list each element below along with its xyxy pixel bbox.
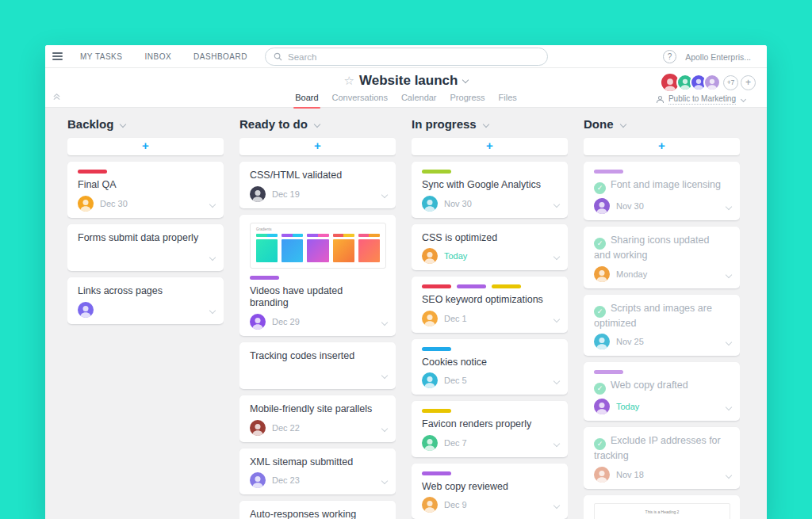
column-in-progress: In progress+Sync with Google AnalyticsNo… (412, 109, 568, 519)
help-icon[interactable]: ? (663, 50, 676, 63)
task-card[interactable]: Sync with Google AnalyticsNov 30 (412, 162, 568, 218)
assignee-avatar (594, 399, 610, 414)
tab-files[interactable]: Files (499, 93, 517, 105)
task-card[interactable]: Links across pages (67, 277, 224, 324)
completed-check-icon[interactable]: ✓ (594, 182, 606, 194)
top-nav: MY TASKSINBOXDASHBOARD (69, 45, 259, 67)
card-footer (78, 302, 214, 318)
add-task-button[interactable]: + (239, 138, 396, 155)
swatch-box (333, 239, 354, 262)
nav-item-inbox[interactable]: INBOX (133, 45, 182, 67)
swatch-bar (307, 234, 328, 237)
collapse-icon[interactable] (52, 93, 61, 101)
tag-bar (492, 284, 521, 288)
org-name[interactable]: Apollo Enterpris... (685, 52, 751, 62)
task-card[interactable]: Cookies noticeDec 5 (412, 339, 568, 395)
task-card[interactable]: Tracking codes inserted (239, 342, 396, 390)
tag-list (422, 347, 558, 351)
assignee-avatar (594, 334, 610, 349)
gradient-swatch (333, 234, 354, 262)
task-card[interactable]: ✓Scripts and images are optimizedNov 25 (584, 295, 740, 357)
nav-item-dashboard[interactable]: DASHBOARD (182, 45, 259, 67)
assignee-avatar (422, 435, 438, 451)
task-card[interactable]: Final QADec 30 (67, 162, 224, 218)
task-card[interactable]: ✓Font and image licensingNov 30 (584, 162, 740, 220)
member-avatar[interactable] (703, 74, 721, 91)
tag-bar (422, 347, 451, 351)
add-task-button[interactable]: + (67, 138, 224, 155)
column-header[interactable]: Done (584, 117, 740, 131)
task-card[interactable]: XML sitemap submittedDec 23 (239, 448, 396, 495)
attachment-thumbnail: This is a Heading 2 (594, 503, 730, 519)
card-footer: Today (594, 399, 730, 414)
tag-bar (594, 370, 623, 374)
tag-bar (422, 284, 451, 288)
swatch-bar (333, 234, 354, 237)
tab-calendar[interactable]: Calendar (401, 93, 437, 105)
members-overflow-button[interactable]: +7 (723, 75, 738, 90)
privacy-label: Public to Marketing (668, 94, 736, 105)
column-title: In progress (412, 117, 477, 131)
gradient-swatches (256, 234, 380, 262)
column-header[interactable]: Ready to do (239, 117, 396, 131)
assignee-avatar (594, 198, 610, 214)
card-footer: Dec 7 (422, 435, 558, 451)
card-title: ✓Scripts and images are optimized (594, 303, 730, 330)
task-card[interactable]: ✓Sharing icons updated and workingMonday (584, 227, 740, 288)
tab-board[interactable]: Board (295, 93, 318, 105)
task-card[interactable]: Auto-responses workingDec 28 (239, 501, 396, 519)
column-header[interactable]: In progress (412, 117, 568, 131)
assignee-avatar (250, 420, 266, 436)
column-done: Done+✓Font and image licensingNov 30✓Sha… (584, 109, 740, 519)
chevron-down-icon[interactable] (462, 77, 469, 83)
swatch-bar (358, 234, 380, 237)
task-card[interactable]: Forms submit data properly (67, 224, 224, 272)
search-placeholder: Search (288, 52, 316, 62)
nav-item-my-tasks[interactable]: MY TASKS (69, 45, 133, 67)
completed-check-icon[interactable]: ✓ (594, 438, 606, 450)
tag-bar (250, 276, 279, 280)
chevron-down-icon (120, 120, 126, 127)
task-card[interactable]: Mobile-friendly site parallelsDec 22 (239, 395, 396, 442)
task-card[interactable]: ✓Exclude IP addresses for trackingNov 18 (584, 427, 740, 489)
task-card[interactable]: CSS is optimizedToday (412, 224, 568, 271)
completed-check-icon[interactable]: ✓ (594, 238, 606, 250)
swatch-box (307, 239, 328, 262)
task-card[interactable]: SEO keyword optimizationsDec 1 (412, 277, 568, 333)
completed-check-icon[interactable]: ✓ (594, 306, 606, 318)
menu-icon[interactable] (45, 45, 69, 67)
swatch-box (358, 239, 380, 262)
tab-progress[interactable]: Progress (450, 93, 485, 105)
card-title: Auto-responses working (250, 509, 386, 519)
tag-bar (78, 170, 107, 174)
card-title: Mobile-friendly site parallels (250, 403, 386, 416)
assignee-avatar (422, 196, 438, 212)
gradient-swatch (282, 234, 303, 262)
task-card[interactable]: ✓Web copy draftedToday (584, 362, 740, 421)
thumbnail-title: Gradients (256, 227, 380, 231)
tab-conversations[interactable]: Conversations (332, 93, 388, 105)
assignee-avatar (594, 467, 610, 483)
completed-check-icon[interactable]: ✓ (594, 383, 606, 395)
assignee-avatar (250, 186, 266, 202)
privacy-control[interactable]: Public to Marketing (656, 94, 745, 105)
task-card[interactable]: CSS/HTML validatedDec 19 (239, 162, 396, 208)
due-date: Dec 1 (444, 314, 467, 323)
column-header[interactable]: Backlog (67, 117, 224, 131)
card-footer: Today (422, 248, 558, 264)
add-task-button[interactable]: + (412, 138, 568, 155)
add-task-button[interactable]: + (584, 138, 740, 155)
add-member-button[interactable]: + (741, 75, 756, 90)
task-card[interactable]: GradientsVideos have updated brandingDec… (239, 215, 396, 336)
column-title: Done (584, 117, 614, 131)
assignee-avatar (422, 311, 438, 326)
card-title: ✓Font and image licensing (594, 179, 730, 194)
search-input[interactable]: Search (265, 48, 548, 66)
task-card[interactable]: Favicon renders properlyDec 7 (412, 401, 568, 457)
star-icon[interactable]: ☆ (344, 74, 354, 87)
task-card[interactable]: Web copy reviewedDec 9 (412, 464, 568, 519)
tag-list (422, 409, 558, 413)
member-avatars: +7+ (664, 72, 756, 93)
due-date: Dec 9 (444, 500, 467, 509)
task-card[interactable]: This is a Heading 2 (584, 495, 740, 519)
